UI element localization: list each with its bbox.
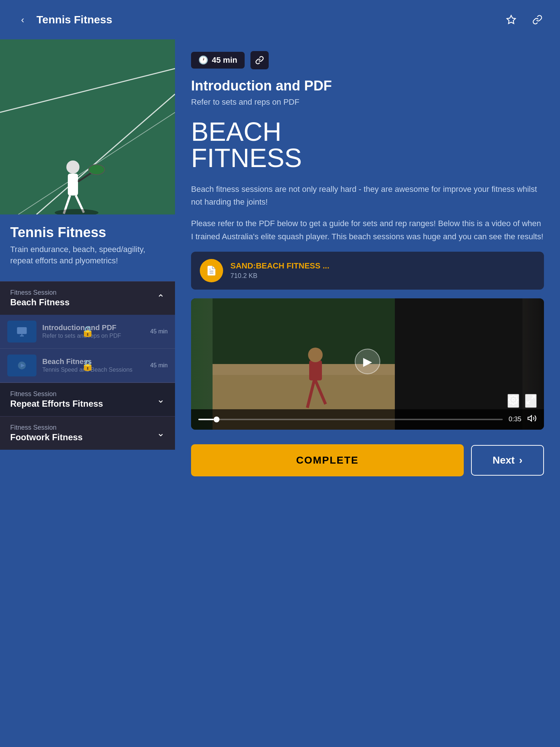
section-name-3: Footwork Fitness <box>10 432 83 442</box>
lesson-duration-1: 45 min <box>150 328 168 335</box>
action-buttons: COMPLETE Next › <box>191 444 544 476</box>
clock-icon: 🕐 <box>198 55 208 65</box>
header: ‹ Tennis Fitness <box>0 0 560 39</box>
lock-icon-1: 🔒 <box>81 325 94 337</box>
volume-button[interactable] <box>527 414 537 425</box>
course-description: Train endurance, beach, speed/agility, r… <box>10 244 165 267</box>
video-progress-dot <box>214 417 219 422</box>
svg-marker-0 <box>507 15 515 23</box>
big-heading-line2: FITNESS <box>191 143 302 173</box>
section-repeat-efforts[interactable]: Fitness Session Repeat Efforts Fitness ⌄ <box>0 383 175 416</box>
svg-line-29 <box>527 400 530 403</box>
chevron-down-icon-3: ⌄ <box>157 427 165 439</box>
pdf-filename: SAND:BEACH FITNESS ... <box>230 261 329 271</box>
pdf-filesize: 710.2 KB <box>230 272 329 280</box>
lesson-thumb-1 <box>7 321 36 342</box>
settings-gear-icon <box>508 395 518 405</box>
svg-rect-6 <box>68 174 78 196</box>
lesson-subtitle: Refer to sets and reps on PDF <box>191 97 544 107</box>
hero-image <box>0 39 175 214</box>
chevron-up-icon: ⌃ <box>157 293 165 304</box>
video-progress-fill <box>198 419 214 420</box>
lesson-duration-2: 45 min <box>150 362 168 369</box>
fullscreen-button[interactable] <box>525 394 537 408</box>
description-1: Beach fitness sessions are not only real… <box>191 183 544 208</box>
next-label: Next <box>493 454 515 466</box>
svg-marker-30 <box>528 415 532 421</box>
duration-badge: 🕐 45 min <box>191 52 245 69</box>
svg-point-8 <box>89 165 105 175</box>
sidebar-sections: Fitness Session Beach Fitness ⌃ <box>0 281 175 450</box>
lock-icon-2: 🔒 <box>81 359 94 371</box>
lesson-title: Introduction and PDF <box>191 78 544 94</box>
play-button[interactable]: ▶ <box>355 349 380 374</box>
chevron-down-icon-2: ⌄ <box>157 394 165 405</box>
course-info: Tennis Fitness Train endurance, beach, s… <box>0 214 175 274</box>
svg-point-27 <box>512 398 515 401</box>
pdf-attachment[interactable]: SAND:BEACH FITNESS ... 710.2 KB <box>191 252 544 290</box>
tennis-court-svg <box>0 39 175 214</box>
video-player[interactable]: ▶ 0:35 <box>191 298 544 430</box>
video-controls: 0:35 <box>191 409 544 430</box>
right-panel: 🕐 45 min Introduction and PDF Refer to s… <box>175 39 560 488</box>
main-layout: Tennis Fitness Train endurance, beach, s… <box>0 39 560 488</box>
lesson-item-2[interactable]: Beach Fitness Tennis Speed and Beach Ses… <box>0 349 175 383</box>
video-timestamp: 0:35 <box>509 415 521 423</box>
header-icons <box>502 10 547 29</box>
section-label-3: Fitness Session <box>10 424 83 431</box>
big-heading-line1: BEACH <box>191 117 281 146</box>
svg-point-5 <box>66 160 79 174</box>
next-button[interactable]: Next › <box>471 445 544 476</box>
section-name-1: Beach Fitness <box>10 297 70 307</box>
svg-line-28 <box>532 396 534 399</box>
video-settings-row <box>508 394 537 408</box>
time-badge-row: 🕐 45 min <box>191 51 544 69</box>
svg-rect-25 <box>309 360 322 380</box>
svg-rect-1 <box>0 39 175 214</box>
section-name-2: Repeat Efforts Fitness <box>10 399 103 409</box>
fullscreen-icon <box>526 395 536 405</box>
section-beach-fitness[interactable]: Fitness Session Beach Fitness ⌃ <box>0 281 175 315</box>
pdf-icon <box>200 259 223 282</box>
header-title: Tennis Fitness <box>36 13 112 26</box>
section-label-2: Fitness Session <box>10 390 103 398</box>
star-icon <box>506 15 516 25</box>
lesson-item-1[interactable]: Introduction and PDF Refer to sets and r… <box>0 315 175 349</box>
video-progress-bar[interactable] <box>198 419 503 420</box>
course-title: Tennis Fitness <box>10 225 165 240</box>
favorite-button[interactable] <box>502 10 521 29</box>
document-icon <box>206 265 217 276</box>
section-footwork-fitness[interactable]: Fitness Session Footwork Fitness ⌄ <box>0 416 175 450</box>
lesson-thumb-2 <box>7 355 36 376</box>
pdf-info: SAND:BEACH FITNESS ... 710.2 KB <box>230 261 329 280</box>
big-heading: BEACH FITNESS <box>191 119 544 171</box>
svg-rect-12 <box>17 327 27 334</box>
back-button[interactable]: ‹ <box>13 10 32 29</box>
next-arrow-icon: › <box>519 454 522 466</box>
svg-point-26 <box>308 348 323 362</box>
lesson-thumb-icon-2 <box>16 360 28 371</box>
link-badge-button[interactable] <box>250 51 269 69</box>
left-panel: Tennis Fitness Train endurance, beach, s… <box>0 39 175 488</box>
header-left: ‹ Tennis Fitness <box>13 10 112 29</box>
section-label-1: Fitness Session <box>10 289 70 297</box>
description-2: Please refer to the PDF below to get a g… <box>191 217 544 243</box>
share-button[interactable] <box>528 10 547 29</box>
lesson-thumb-icon-1 <box>16 326 28 337</box>
complete-button[interactable]: COMPLETE <box>191 444 464 476</box>
link-icon <box>532 15 542 25</box>
volume-icon <box>527 414 537 423</box>
lesson-items: Introduction and PDF Refer to sets and r… <box>0 315 175 383</box>
video-settings-button[interactable] <box>508 394 519 408</box>
link-copy-icon <box>255 56 264 65</box>
duration-text: 45 min <box>212 55 237 65</box>
